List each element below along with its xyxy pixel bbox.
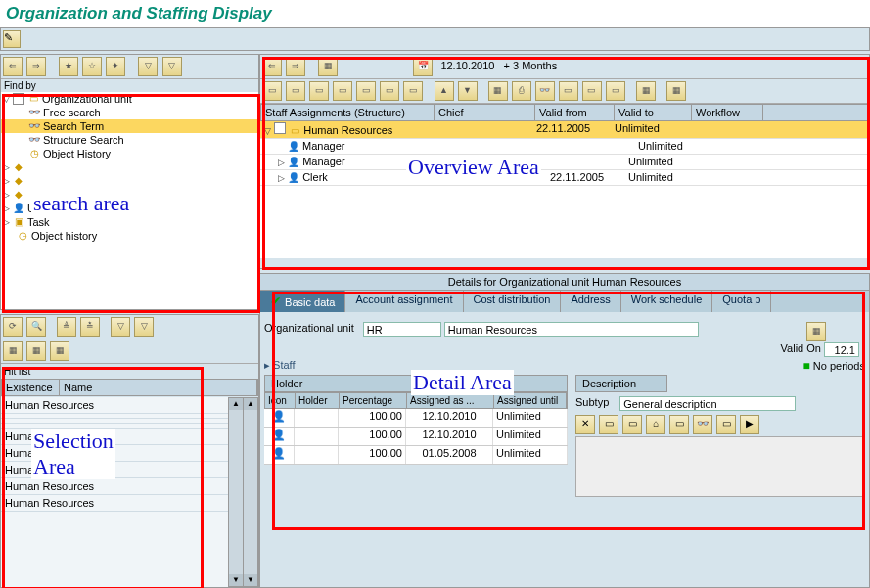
- scroll-up-icon[interactable]: ▲: [229, 398, 243, 410]
- task-icon: ▣: [13, 216, 24, 228]
- table-row[interactable]: ▷ 👤 Manager Unlimited: [260, 155, 869, 170]
- star3-icon[interactable]: ✦: [106, 57, 125, 76]
- hitlist-scrollbar2[interactable]: ▲▼: [243, 397, 258, 587]
- table-row[interactable]: 👤100,0001.05.2008Unlimited: [264, 446, 568, 465]
- tb-icon[interactable]: ▭: [403, 81, 423, 101]
- orgunit-name-input[interactable]: Human Resources: [444, 322, 699, 337]
- subtyp-input[interactable]: General description: [619, 396, 796, 411]
- tree-item-structure-search[interactable]: 👓Structure Search: [1, 133, 258, 147]
- find-icon[interactable]: 👓: [693, 415, 712, 434]
- table-row[interactable]: 👤100,0012.10.2010Unlimited: [264, 409, 568, 428]
- sort-desc-icon[interactable]: ≛: [80, 317, 100, 337]
- tab-basic-data[interactable]: ✔ Basic data: [260, 291, 345, 312]
- tb-icon[interactable]: ▭: [599, 415, 618, 434]
- collapse-icon[interactable]: ▽: [264, 126, 271, 136]
- tb-icon[interactable]: ▭: [262, 81, 282, 101]
- list-item[interactable]: Human Resources: [1, 478, 229, 495]
- tb-icon[interactable]: ▭: [309, 81, 329, 101]
- nav-fwd-icon[interactable]: ⇒: [286, 57, 305, 76]
- star2-icon[interactable]: ☆: [82, 57, 102, 76]
- search-icon[interactable]: 🔍: [26, 317, 46, 337]
- find-icon[interactable]: 👓: [535, 81, 555, 101]
- filter-icon[interactable]: ▽: [111, 317, 130, 337]
- layout2-icon[interactable]: ▦: [26, 341, 46, 361]
- expand-icon[interactable]: ▷: [3, 217, 10, 227]
- annot-label-overview: Overview Area: [406, 155, 541, 180]
- tb-icon[interactable]: ▭: [356, 81, 376, 101]
- filter-icon[interactable]: ▽: [138, 57, 158, 76]
- tree-item-org-unit[interactable]: ▽▭Organizational unit: [1, 92, 258, 106]
- list-item[interactable]: Human Resources: [1, 397, 229, 414]
- annot-label-detail: Detail Area: [411, 370, 514, 395]
- tb-icon[interactable]: ▭: [606, 81, 625, 101]
- table-row[interactable]: ▽ ▭ Human Resources 22.11.2005 Unlimited: [260, 121, 869, 139]
- calendar-icon[interactable]: 📅: [413, 57, 433, 76]
- tb-icon[interactable]: ▭: [559, 81, 578, 101]
- validon-input[interactable]: 12.1: [824, 342, 859, 357]
- tree-item-free-search[interactable]: 👓Free search: [1, 106, 258, 119]
- tb-icon[interactable]: ✕: [575, 415, 595, 434]
- tree-item-object-history[interactable]: ◷Object History: [1, 147, 258, 160]
- print-icon[interactable]: ⎙: [512, 81, 531, 101]
- nav-back-icon[interactable]: ⇐: [3, 57, 23, 76]
- nav-back-icon[interactable]: ⇐: [262, 57, 282, 76]
- tb-icon[interactable]: ▭: [286, 81, 305, 101]
- filter2-icon[interactable]: ▽: [162, 57, 182, 76]
- description-tab[interactable]: Description: [575, 375, 667, 392]
- tree-item-task[interactable]: ▷▣Task: [1, 215, 258, 229]
- hierarchy-icon[interactable]: ▦: [806, 322, 826, 341]
- hitlist-scrollbar[interactable]: ▲▼: [228, 397, 244, 587]
- filter2-icon[interactable]: ▽: [134, 317, 154, 337]
- tree-item-search-term[interactable]: 👓Search Term: [1, 119, 258, 133]
- tab-quota[interactable]: Quota p: [712, 291, 771, 312]
- tab-address[interactable]: Address: [561, 291, 620, 312]
- sort-asc-icon[interactable]: ≜: [57, 317, 76, 337]
- down-icon[interactable]: ▼: [458, 81, 478, 101]
- expand-icon[interactable]: ▷: [278, 173, 285, 183]
- layout3-icon[interactable]: ▦: [50, 341, 69, 361]
- tb-icon[interactable]: ▦: [666, 81, 686, 101]
- scroll-down-icon[interactable]: ▼: [244, 574, 257, 586]
- tree-item[interactable]: ▷◆: [1, 160, 258, 174]
- star-icon[interactable]: ★: [59, 57, 78, 76]
- tb-icon[interactable]: ▦: [636, 81, 656, 101]
- tb-icon[interactable]: ▦: [488, 81, 508, 101]
- tb-icon[interactable]: ▭: [582, 81, 602, 101]
- checkbox-icon[interactable]: [13, 93, 24, 105]
- scroll-up-icon[interactable]: ▲: [244, 398, 257, 410]
- description-textarea[interactable]: [575, 436, 865, 497]
- checkbox-icon[interactable]: [274, 122, 286, 134]
- tb-icon[interactable]: ▶: [740, 415, 759, 434]
- table-row[interactable]: 👤100,0012.10.2010Unlimited: [264, 428, 568, 446]
- collapse-icon[interactable]: ▽: [3, 94, 10, 104]
- tb-icon[interactable]: ▭: [333, 81, 352, 101]
- tb-icon[interactable]: ▭: [716, 415, 736, 434]
- col-validfrom: Valid from: [535, 105, 615, 120]
- tree-item[interactable]: ▷◆: [1, 174, 258, 188]
- expand-icon[interactable]: ▷: [3, 162, 10, 172]
- tb-icon[interactable]: ▭: [380, 81, 399, 101]
- expand-icon[interactable]: ▷: [3, 176, 10, 186]
- tb-icon[interactable]: ▭: [669, 415, 689, 434]
- tb-icon[interactable]: ▭: [622, 415, 642, 434]
- tab-cost[interactable]: Cost distribution: [464, 291, 562, 312]
- list-item[interactable]: Human Resources: [1, 495, 229, 512]
- refresh-icon[interactable]: ⟳: [3, 317, 23, 337]
- up-icon[interactable]: ▲: [435, 81, 454, 101]
- tab-work-schedule[interactable]: Work schedule: [621, 291, 713, 312]
- tab-account[interactable]: Account assignment: [345, 291, 463, 312]
- scroll-down-icon[interactable]: ▼: [229, 574, 243, 586]
- tb-icon[interactable]: ⌂: [646, 415, 665, 434]
- view-icon[interactable]: ▦: [318, 57, 338, 76]
- table-row[interactable]: ▷ 👤 Clerk 22.11.2005 Unlimited: [260, 170, 869, 186]
- staff-link[interactable]: ▸ Staff: [264, 359, 296, 373]
- expand-icon[interactable]: ▷: [278, 158, 285, 167]
- expand-icon[interactable]: ▷: [3, 204, 10, 213]
- tree-item-object-history2[interactable]: ◷Object history: [1, 229, 258, 243]
- orgunit-code-input[interactable]: HR: [363, 322, 441, 337]
- nav-fwd-icon[interactable]: ⇒: [26, 57, 46, 76]
- expand-icon[interactable]: ▷: [3, 190, 10, 200]
- table-row[interactable]: 👤 Manager Unlimited: [260, 139, 869, 155]
- edit-icon[interactable]: ✎: [3, 30, 21, 48]
- layout1-icon[interactable]: ▦: [3, 341, 23, 361]
